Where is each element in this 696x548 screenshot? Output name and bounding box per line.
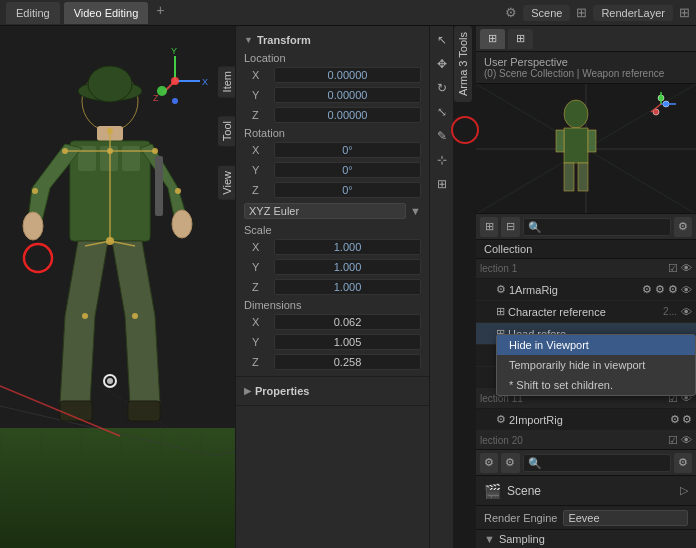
loc-x-label: X bbox=[252, 69, 270, 81]
scene-expand-icon[interactable]: ▷ bbox=[680, 484, 688, 497]
tab-tool[interactable]: Tool bbox=[218, 116, 235, 146]
rot-y-value[interactable]: 0° bbox=[274, 162, 421, 178]
loc-y-label: Y bbox=[252, 89, 270, 101]
ctx-temp-hide[interactable]: Temporarily hide in viewport bbox=[497, 355, 695, 375]
rot-x-row: X 0° bbox=[236, 140, 429, 160]
svg-rect-53 bbox=[588, 130, 596, 152]
tool-rotate[interactable]: ↻ bbox=[432, 78, 452, 98]
ctx-hide-viewport[interactable]: Hide in Viewport bbox=[497, 335, 695, 355]
loc-x-value[interactable]: 0.00000 bbox=[274, 67, 421, 83]
transform-header: ▼ Transform bbox=[236, 30, 429, 50]
rot-z-value[interactable]: 0° bbox=[274, 182, 421, 198]
item6-icon2[interactable]: ⚙ bbox=[682, 413, 692, 426]
svg-text:Z: Z bbox=[153, 93, 159, 103]
item6-icon1[interactable]: ⚙ bbox=[670, 413, 680, 426]
dim-z-value[interactable]: 0.258 bbox=[274, 354, 421, 370]
svg-text:X: X bbox=[202, 77, 208, 87]
tool-scale[interactable]: ⤡ bbox=[432, 102, 452, 122]
bt-icon3[interactable]: ⚙ bbox=[674, 453, 692, 473]
tool-move[interactable]: ✥ bbox=[432, 54, 452, 74]
props-arrow[interactable]: ▶ bbox=[244, 386, 251, 396]
top-bar: Editing Video Editing + ⚙ Scene ⊞ Render… bbox=[0, 0, 696, 26]
loc-y-row: Y 0.00000 bbox=[236, 85, 429, 105]
loc-y-value[interactable]: 0.00000 bbox=[274, 87, 421, 103]
rot-y-row: Y 0° bbox=[236, 160, 429, 180]
section1-checkbox[interactable]: ☑ bbox=[668, 262, 678, 275]
svg-rect-17 bbox=[128, 401, 160, 421]
bt-icon2[interactable]: ⚙ bbox=[501, 453, 519, 473]
properties-panel: ▼ Transform Location X 0.00000 Y 0.00000… bbox=[235, 26, 430, 548]
rt-filter2-icon[interactable]: ⚙ bbox=[674, 217, 692, 237]
dim-y-label: Y bbox=[252, 336, 270, 348]
rot-y-label: Y bbox=[252, 164, 270, 176]
tab-item[interactable]: Item bbox=[218, 66, 235, 97]
item1-icon3[interactable]: ⚙ bbox=[668, 283, 678, 296]
dim-y-value[interactable]: 1.005 bbox=[274, 334, 421, 350]
item-char-ref[interactable]: ⊞ Character reference 2... 👁 bbox=[476, 301, 696, 323]
bt-icon1[interactable]: ⚙ bbox=[480, 453, 498, 473]
char-icon: ⊞ bbox=[496, 305, 505, 318]
arma3-label[interactable]: Arma 3 Tools bbox=[454, 26, 472, 102]
tool-cursor[interactable]: ↖ bbox=[432, 30, 452, 50]
item1-icon1[interactable]: ⚙ bbox=[642, 283, 652, 296]
item1-name: 1ArmaRig bbox=[509, 284, 642, 296]
tool-annotate[interactable]: ✎ bbox=[432, 126, 452, 146]
right-top-bar: ⊞ ⊞ bbox=[476, 26, 696, 52]
item1-icon2[interactable]: ⚙ bbox=[655, 283, 665, 296]
render-toolbar: ⊞ ⊟ ⚙ bbox=[476, 214, 696, 240]
render-search[interactable] bbox=[523, 454, 671, 472]
sampling-arrow[interactable]: ▼ bbox=[484, 533, 495, 545]
collection-header: Collection bbox=[476, 240, 696, 259]
tab-bar: Editing Video Editing + bbox=[6, 2, 168, 24]
outliner-search[interactable] bbox=[523, 218, 671, 236]
item-1armarig[interactable]: ⚙ 1ArmaRig ⚙ ⚙ ⚙ 👁 bbox=[476, 279, 696, 301]
render-engine-label: Render Engine bbox=[484, 512, 557, 524]
section20-eye[interactable]: 👁 bbox=[681, 434, 692, 447]
tool-sidebar: ↖ ✥ ↻ ⤡ ✎ ⊹ ⊞ bbox=[430, 26, 454, 548]
svg-point-7 bbox=[88, 66, 132, 102]
topbar-icon1[interactable]: ⚙ bbox=[505, 5, 517, 20]
svg-rect-0 bbox=[0, 26, 235, 548]
scale-x-value[interactable]: 1.000 bbox=[274, 239, 421, 255]
item2-eye[interactable]: 👁 bbox=[681, 306, 692, 318]
topbar-icon2[interactable]: ⊞ bbox=[576, 5, 587, 20]
euler-select[interactable]: XYZ Euler bbox=[244, 203, 406, 219]
item1-eye[interactable]: 👁 bbox=[681, 284, 692, 296]
svg-point-40 bbox=[171, 77, 179, 85]
render-engine-value[interactable]: Eevee bbox=[563, 510, 688, 526]
scale-y-row: Y 1.000 bbox=[236, 257, 429, 277]
topbar-icon3[interactable]: ⊞ bbox=[679, 5, 690, 20]
rt-view-icon[interactable]: ⊞ bbox=[480, 217, 498, 237]
main-layout: X Y Z Item Tool View ▼ Transform Loca bbox=[0, 26, 696, 548]
bottom-right: ⚙ ⚙ ⚙ 🎬 Scene ▷ Render Engine Eevee ▼ Sa… bbox=[476, 449, 696, 548]
rot-z-row: Z 0° bbox=[236, 180, 429, 200]
euler-chevron: ▼ bbox=[410, 205, 421, 217]
rt-filter-icon[interactable]: ⊟ bbox=[501, 217, 519, 237]
section1-eye[interactable]: 👁 bbox=[681, 262, 692, 275]
viewport-area[interactable]: X Y Z Item Tool View bbox=[0, 26, 235, 548]
mini-viewport[interactable] bbox=[476, 84, 696, 214]
svg-point-13 bbox=[23, 212, 43, 240]
scale-y-value[interactable]: 1.000 bbox=[274, 259, 421, 275]
item-2importrig[interactable]: ⚙ 2ImportRig ⚙ ⚙ bbox=[476, 409, 696, 431]
scene-row: 🎬 Scene ▷ bbox=[476, 476, 696, 506]
tool-measure[interactable]: ⊹ bbox=[432, 150, 452, 170]
viewport-info: User Perspective (0) Scene Collection | … bbox=[476, 52, 696, 84]
rot-x-value[interactable]: 0° bbox=[274, 142, 421, 158]
sampling-section: ▼ Sampling bbox=[476, 530, 696, 548]
tool-extra[interactable]: ⊞ bbox=[432, 174, 452, 194]
right-tab-render[interactable]: ⊞ bbox=[508, 29, 533, 49]
dim-z-label: Z bbox=[252, 356, 270, 368]
tab-view[interactable]: View bbox=[218, 166, 235, 200]
loc-z-value[interactable]: 0.00000 bbox=[274, 107, 421, 123]
scale-z-value[interactable]: 1.000 bbox=[274, 279, 421, 295]
right-tab-scene[interactable]: ⊞ bbox=[480, 29, 505, 49]
tab-video-editing[interactable]: Video Editing bbox=[64, 2, 149, 24]
dim-x-value[interactable]: 0.062 bbox=[274, 314, 421, 330]
tab-add-button[interactable]: + bbox=[152, 2, 168, 24]
tab-editing[interactable]: Editing bbox=[6, 2, 60, 24]
transform-arrow[interactable]: ▼ bbox=[244, 35, 253, 45]
section20-checkbox[interactable]: ☑ bbox=[668, 434, 678, 447]
dim-x-row: X 0.062 bbox=[236, 312, 429, 332]
location-label: Location bbox=[236, 50, 429, 65]
